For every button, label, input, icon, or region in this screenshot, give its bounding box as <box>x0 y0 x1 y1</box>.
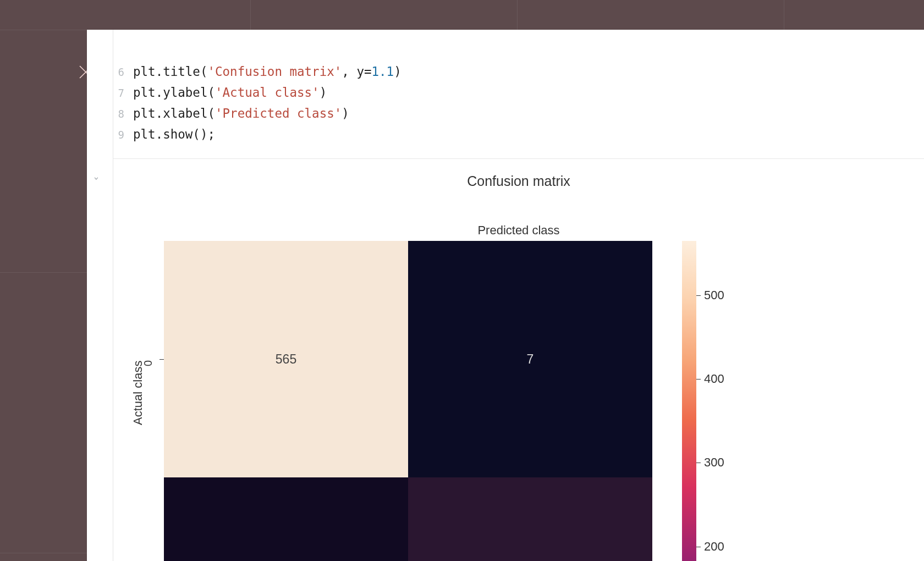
colorbar-tick-label: 500 <box>704 288 724 302</box>
colorbar-tick <box>696 295 701 296</box>
colorbar-tick <box>696 379 701 380</box>
line-number: 6 <box>113 62 133 82</box>
chevron-down-icon[interactable]: › <box>92 177 101 180</box>
code-line: 6plt.title('Confusion matrix', y=1.1) <box>113 62 924 82</box>
output-cell: Confusion matrix Predicted class Actual … <box>113 161 924 561</box>
code-line: 7plt.ylabel('Actual class') <box>113 82 924 103</box>
heatmap-cell <box>408 477 652 561</box>
confusion-matrix-heatmap: 5657 <box>164 241 652 561</box>
chart-title: Confusion matrix <box>113 173 924 189</box>
notebook-panel: › 6plt.title('Confusion matrix', y=1.1)7… <box>87 30 924 561</box>
heatmap-cell <box>164 477 408 561</box>
y-tick-label-0: 0 <box>142 360 155 366</box>
colorbar-tick <box>696 547 701 547</box>
colorbar-tick-label: 300 <box>704 455 724 470</box>
colorbar-tick-label: 200 <box>704 540 724 554</box>
line-number: 9 <box>113 125 133 145</box>
cell-gutter: › <box>87 30 113 561</box>
chart-ylabel: Actual class <box>131 361 145 425</box>
code-line: 9plt.show(); <box>113 124 924 145</box>
colorbar-tick <box>696 463 701 463</box>
code-text: plt.ylabel('Actual class') <box>133 82 327 103</box>
heatmap-row <box>164 477 652 561</box>
heatmap-cell: 7 <box>408 241 652 477</box>
heatmap-cell: 565 <box>164 241 408 477</box>
code-text: plt.show(); <box>133 124 215 145</box>
code-cell[interactable]: 6plt.title('Confusion matrix', y=1.1)7pl… <box>113 30 924 159</box>
heatmap-row: 5657 <box>164 241 652 477</box>
code-line: 8plt.xlabel('Predicted class') <box>113 103 924 124</box>
code-text: plt.xlabel('Predicted class') <box>133 103 349 124</box>
colorbar-tick-label: 400 <box>704 372 724 386</box>
y-tick-mark <box>160 359 164 360</box>
colorbar <box>682 241 696 561</box>
line-number: 7 <box>113 83 133 103</box>
line-number: 8 <box>113 104 133 124</box>
chart-xlabel-top: Predicted class <box>113 223 924 238</box>
code-text: plt.title('Confusion matrix', y=1.1) <box>133 62 402 82</box>
